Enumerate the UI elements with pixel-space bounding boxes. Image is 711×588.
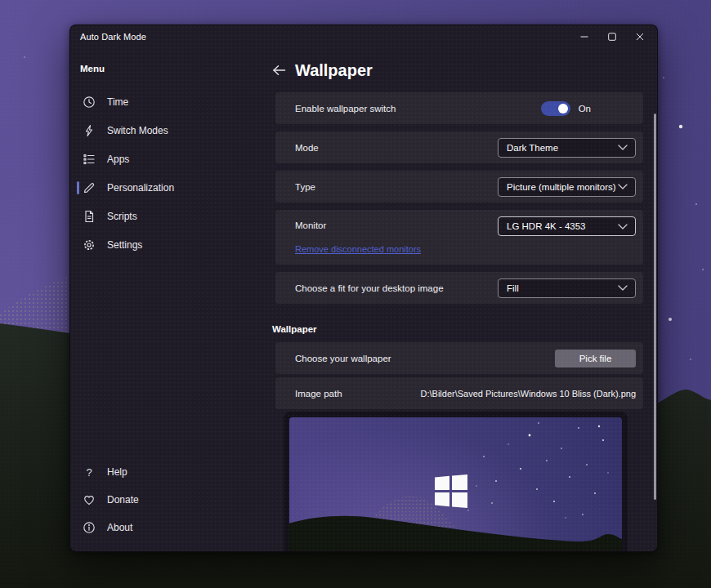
dropdown-value: Picture (multiple monitors) [507,182,618,192]
sidebar-item-label: Time [107,96,128,108]
wallpaper-preview-image [284,412,628,552]
list-icon [83,153,96,166]
toggle-group: On [541,101,591,116]
menu-label: Menu [80,64,105,74]
maximize-button[interactable] [598,25,626,48]
chevron-down-icon [618,285,628,291]
close-button[interactable] [626,25,654,48]
row-label: Type [295,182,315,192]
dropdown-value: Dark Theme [507,143,618,153]
sidebar-item-apps[interactable]: Apps [70,145,269,173]
sidebar-footer-nav: ? Help Donate About [70,458,269,541]
back-button[interactable] [271,62,287,78]
row-label: Choose a fit for your desktop image [295,283,444,293]
sidebar-item-label: Settings [107,239,142,251]
help-icon: ? [83,466,96,479]
sidebar-item-label: Apps [107,154,129,165]
desktop-wallpaper: Auto Dark Mode Menu [0,0,711,588]
row-label: Mode [295,143,319,153]
chevron-down-icon [618,224,628,229]
pencil-icon [83,181,96,194]
sidebar-item-switch-modes[interactable]: Switch Modes [70,116,269,145]
chevron-down-icon [618,184,628,189]
fit-dropdown[interactable]: Fill [498,278,636,298]
sidebar-item-label: Help [107,466,127,478]
row-label: Enable wallpaper switch [295,104,396,114]
sidebar-item-label: Donate [107,494,139,506]
type-dropdown[interactable]: Picture (multiple monitors) [498,177,636,197]
sidebar-item-donate[interactable]: Donate [70,486,269,514]
row-label: Monitor [295,220,326,230]
info-icon [83,521,96,534]
window-title: Auto Dark Mode [80,32,146,42]
pick-file-button[interactable]: Pick file [555,350,636,368]
sidebar-item-about[interactable]: About [70,514,269,541]
page-title: Wallpaper [295,61,373,80]
row-monitor: Monitor LG HDR 4K - 4353 Remove disconne… [275,210,643,265]
sidebar-item-label: Personalization [107,182,174,194]
sidebar-item-scripts[interactable]: Scripts [70,202,269,230]
wallpaper-switch-toggle[interactable] [541,101,570,116]
close-icon [636,33,644,41]
svg-text:?: ? [86,466,92,479]
monitor-dropdown[interactable]: LG HDR 4K - 4353 [498,216,636,236]
row-choose-wallpaper: Choose your wallpaper Pick file [275,342,643,374]
sidebar-item-help[interactable]: ? Help [70,458,269,486]
sidebar-item-label: Scripts [107,211,137,222]
row-label: Image path [295,389,342,399]
sidebar-item-personalization[interactable]: Personalization [70,173,269,202]
heart-icon [83,493,96,506]
row-mode: Mode Dark Theme [275,131,643,163]
dropdown-value: LG HDR 4K - 4353 [507,221,618,231]
sidebar-nav: Time Switch Modes Apps [70,87,269,259]
chevron-down-icon [618,145,628,150]
minimize-icon [580,33,588,41]
image-path-value: D:\Bilder\Saved Pictures\Windows 10 Blis… [421,389,636,399]
gear-icon [83,238,96,252]
back-arrow-icon [272,65,286,76]
scrollbar-thumb[interactable] [654,114,656,500]
row-fit: Choose a fit for your desktop image Fill [275,272,643,304]
main-content: Wallpaper Enable wallpaper switch On Mod… [269,48,657,551]
wallpaper-preview [284,412,628,552]
sidebar-item-time[interactable]: Time [70,87,269,116]
clock-icon [83,96,96,109]
row-enable-wallpaper-switch: Enable wallpaper switch On [275,92,643,124]
document-icon [83,210,96,223]
mode-dropdown[interactable]: Dark Theme [498,138,636,158]
row-type: Type Picture (multiple monitors) [275,171,643,203]
toggle-state-label: On [579,104,591,114]
sidebar-item-settings[interactable]: Settings [70,230,269,259]
toggle-knob [558,104,568,114]
sidebar-item-label: About [107,522,132,533]
bolt-icon [83,124,96,137]
row-label: Choose your wallpaper [295,354,391,363]
sidebar-item-label: Switch Modes [107,125,168,136]
app-window: Auto Dark Mode Menu [69,24,658,552]
sidebar: Menu Time Switch Modes [70,48,269,551]
titlebar: Auto Dark Mode [70,25,657,48]
wallpaper-section-header: Wallpaper [272,324,317,334]
remove-monitors-link[interactable]: Remove disconnected monitors [295,244,421,254]
page-header: Wallpaper [271,60,373,81]
row-image-path: Image path D:\Bilder\Saved Pictures\Wind… [275,377,643,409]
window-controls [570,25,654,48]
minimize-button[interactable] [570,25,598,48]
dropdown-value: Fill [507,283,618,293]
maximize-icon [608,33,616,41]
